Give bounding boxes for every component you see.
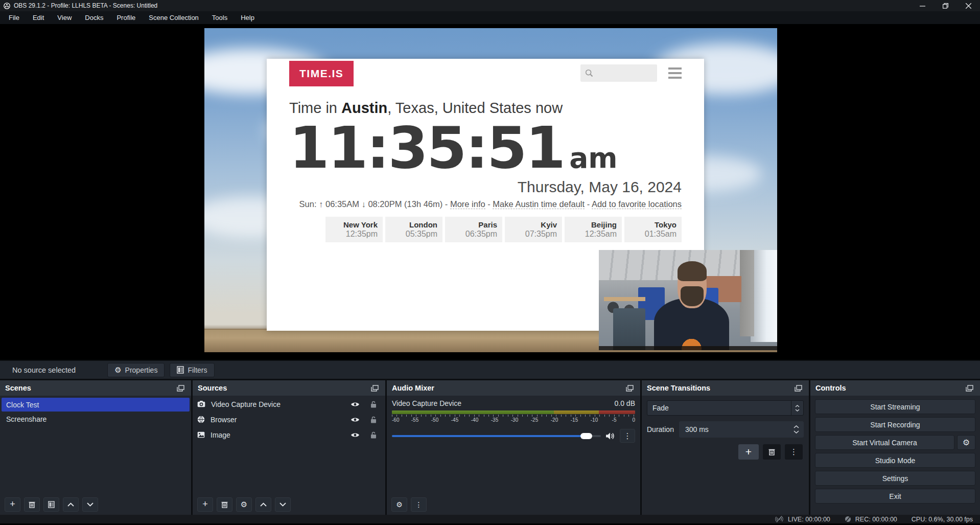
start-streaming-button[interactable]: Start Streaming (815, 399, 975, 414)
visibility-eye-icon[interactable] (351, 401, 360, 407)
menu-docks[interactable]: Docks (78, 12, 110, 24)
duration-input[interactable]: 300 ms (679, 421, 804, 438)
webcam-person-beard (681, 286, 704, 306)
clock-london[interactable]: London05:35pm (385, 217, 442, 242)
settings-button[interactable]: Settings (815, 471, 975, 486)
dock-area: Scenes Clock Test Screenshare + (0, 379, 980, 515)
spinner-arrows-icon[interactable] (794, 425, 799, 433)
menu-profile[interactable]: Profile (110, 12, 142, 24)
start-virtual-camera-button[interactable]: Start Virtual Camera (815, 435, 954, 450)
hamburger-menu-icon[interactable] (668, 67, 682, 79)
volume-slider[interactable] (392, 435, 601, 437)
clock-paris[interactable]: Paris06:35pm (445, 217, 502, 242)
start-recording-button[interactable]: Start Recording (815, 417, 975, 432)
add-transition-button[interactable]: + (738, 444, 759, 460)
menu-tools[interactable]: Tools (205, 12, 234, 24)
popout-icon[interactable] (369, 383, 380, 393)
menu-edit[interactable]: Edit (26, 12, 51, 24)
meter-scale-labels: -60-55-50-45-40-35-30-25-20-15-10-50 (392, 417, 635, 423)
minimize-button[interactable] (911, 0, 934, 11)
source-row-browser[interactable]: Browser (193, 413, 385, 426)
sources-dock: Sources Video Capture Device (193, 380, 385, 515)
visibility-eye-icon[interactable] (351, 432, 360, 438)
popout-icon[interactable] (792, 383, 804, 393)
lock-icon[interactable] (370, 401, 377, 408)
remove-scene-button[interactable] (24, 497, 40, 512)
menu-help[interactable]: Help (234, 12, 261, 24)
menu-file[interactable]: File (2, 12, 26, 24)
scenes-dock: Scenes Clock Test Screenshare + (0, 380, 191, 515)
audio-level-meter (392, 410, 635, 414)
properties-button[interactable]: ⚙ Properties (107, 363, 165, 377)
add-favorite-link[interactable]: Add to favorite locations (592, 199, 682, 209)
mixer-menu-button[interactable]: ⋮ (411, 497, 427, 512)
sun-info-line: Sun: ↑ 06:35AM ↓ 08:20PM (13h 46m) - Mor… (289, 199, 682, 209)
source-properties-button[interactable]: ⚙ (236, 497, 252, 512)
source-down-button[interactable] (275, 497, 291, 512)
window-title: OBS 29.1.2 - Profile: LLHLS BETA - Scene… (14, 2, 157, 9)
speaker-icon[interactable] (605, 432, 615, 440)
add-source-button[interactable]: + (197, 497, 213, 512)
status-bar: LIVE: 00:00:00 REC: 00:00:00 CPU: 0.6%, … (0, 515, 980, 523)
scene-preview-canvas[interactable]: TIME.IS Time in Austin, Texas, United St… (204, 28, 777, 352)
make-default-link[interactable]: Make Austin time default (493, 199, 585, 209)
virtual-camera-config-button[interactable]: ⚙ (957, 435, 975, 450)
scenes-dock-title: Scenes (5, 384, 31, 392)
volume-slider-handle[interactable] (580, 433, 592, 439)
visibility-eye-icon[interactable] (351, 417, 360, 423)
mixer-channel-name: Video Capture Device (392, 399, 461, 407)
scene-filters-button[interactable] (43, 497, 59, 512)
studio-mode-button[interactable]: Studio Mode (815, 453, 975, 468)
rec-status: REC: 00:00:00 (845, 516, 897, 523)
webcam-overlay[interactable] (599, 250, 777, 350)
close-button[interactable] (957, 0, 980, 11)
clock-beijing[interactable]: Beijing12:35am (565, 217, 622, 242)
transition-select[interactable]: Fade (647, 400, 804, 416)
lock-icon[interactable] (370, 431, 377, 439)
clock-tokyo[interactable]: Tokyo01:35am (624, 217, 682, 242)
current-time: 11:35:51am (289, 118, 682, 178)
combo-arrows-icon[interactable] (791, 401, 803, 415)
scene-down-button[interactable] (82, 497, 98, 512)
source-row-image[interactable]: Image (193, 428, 385, 442)
source-up-button[interactable] (255, 497, 271, 512)
search-input[interactable] (580, 64, 657, 82)
menu-scene-collection[interactable]: Scene Collection (142, 12, 205, 24)
obs-logo-icon (4, 3, 10, 9)
source-toolbar: No source selected ⚙ Properties Filters (0, 360, 980, 379)
source-row-video-capture[interactable]: Video Capture Device (193, 397, 385, 411)
mixer-options-button[interactable]: ⋮ (620, 429, 635, 443)
popout-icon[interactable] (175, 383, 186, 393)
controls-dock: Controls Start Streaming Start Recording… (810, 380, 980, 515)
image-icon (197, 431, 205, 438)
popout-icon[interactable] (624, 383, 635, 393)
transition-options-button[interactable]: ⋮ (785, 444, 803, 460)
gear-icon: ⚙ (114, 366, 121, 375)
popout-icon[interactable] (964, 383, 975, 393)
scene-item-clock-test[interactable]: Clock Test (2, 398, 190, 412)
remove-transition-button[interactable] (763, 444, 781, 460)
add-scene-button[interactable]: + (5, 497, 20, 512)
preview-area: TIME.IS Time in Austin, Texas, United St… (0, 24, 980, 360)
more-info-link[interactable]: More info (450, 199, 485, 209)
clock-kyiv[interactable]: Kyiv07:35pm (505, 217, 562, 242)
filters-button[interactable]: Filters (170, 363, 214, 377)
menu-view[interactable]: View (51, 12, 78, 24)
meter-tick-marks (392, 415, 635, 417)
webcam-table-art (604, 297, 645, 301)
mixer-level-db: 0.0 dB (615, 399, 635, 407)
timeis-logo[interactable]: TIME.IS (289, 61, 354, 86)
lock-icon[interactable] (370, 416, 377, 423)
scene-item-screenshare[interactable]: Screenshare (2, 412, 190, 426)
exit-button[interactable]: Exit (815, 489, 975, 504)
filter-icon (177, 366, 184, 374)
search-icon (585, 69, 594, 78)
title-bar: OBS 29.1.2 - Profile: LLHLS BETA - Scene… (0, 0, 980, 11)
advanced-audio-button[interactable]: ⚙ (391, 497, 407, 512)
clock-new-york[interactable]: New York12:35pm (325, 217, 383, 242)
scene-up-button[interactable] (63, 497, 79, 512)
cpu-fps-status: CPU: 0.6%, 30.00 fps (912, 516, 973, 523)
remove-source-button[interactable] (217, 497, 232, 512)
restore-button[interactable] (934, 0, 957, 11)
globe-icon (197, 416, 205, 423)
